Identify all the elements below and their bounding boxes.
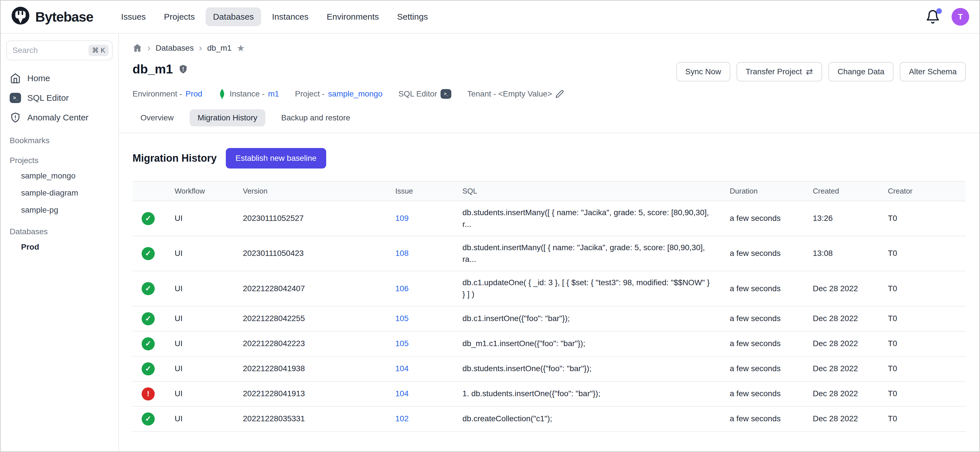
nav-item-instances[interactable]: Instances [264, 7, 316, 26]
sql-editor-label: SQL Editor [398, 89, 437, 99]
sidebar-project-sample-mongo[interactable]: sample_mongo [6, 168, 113, 184]
success-status-icon: ✓ [142, 363, 155, 375]
issue-link[interactable]: 109 [395, 214, 409, 223]
creator-cell: T0 [879, 236, 966, 271]
issue-link[interactable]: 108 [395, 249, 409, 257]
alter-schema-button[interactable]: Alter Schema [900, 62, 966, 81]
sidebar-project-sample-pg[interactable]: sample-pg [6, 201, 113, 219]
sidebar-section-bookmarks: Bookmarks [6, 131, 113, 147]
change-data-button[interactable]: Change Data [829, 62, 894, 81]
sync-now-button[interactable]: Sync Now [676, 62, 730, 81]
col-duration: Duration [721, 181, 804, 201]
issue-link[interactable]: 104 [395, 389, 409, 398]
sql-cell: db.c1.insertOne({"foo": "bar"}); [453, 306, 721, 331]
version-cell: 20221228042407 [234, 271, 386, 306]
issue-link[interactable]: 104 [395, 364, 409, 373]
duration-cell: a few seconds [721, 306, 804, 331]
sidebar-item-label: Home [27, 73, 50, 83]
tab-backup-and-restore[interactable]: Backup and restore [273, 109, 358, 126]
success-status-icon: ✓ [142, 247, 155, 260]
breadcrumb: › Databases › db_m1 ★ [132, 43, 966, 54]
success-status-icon: ✓ [142, 282, 155, 295]
nav-item-settings[interactable]: Settings [390, 7, 435, 26]
created-cell: 13:08 [804, 236, 879, 271]
workflow-cell: UI [165, 356, 234, 382]
nav-item-issues[interactable]: Issues [114, 7, 153, 26]
sidebar-item-sql-editor[interactable]: >_ SQL Editor [6, 88, 113, 108]
sql-cell: db.student.insertMany([ { name: "Jacika"… [453, 236, 721, 271]
page-title: db_m1 [132, 62, 173, 76]
sql-cell: db_m1.c1.insertOne({"foo": "bar"}); [453, 331, 721, 356]
duration-cell: a few seconds [721, 331, 804, 356]
notification-dot [936, 8, 942, 14]
success-status-icon: ✓ [142, 337, 155, 350]
version-cell: 20221228041913 [234, 382, 386, 406]
sql-cell: db.createCollection("c1"); [453, 406, 721, 431]
logo-text: Bytebase [35, 9, 93, 25]
duration-cell: a few seconds [721, 271, 804, 306]
creator-cell: T0 [879, 406, 966, 431]
table-row: ✓UI20221228042223105db_m1.c1.insertOne({… [132, 331, 966, 356]
project-link[interactable]: sample_mongo [328, 89, 382, 99]
environment-link[interactable]: Prod [185, 89, 202, 99]
issue-link[interactable]: 102 [395, 414, 409, 423]
establish-new-baseline-button[interactable]: Establish new baseline [226, 148, 326, 169]
migration-history-heading: Migration History [132, 152, 217, 164]
issue-cell: 105 [386, 306, 453, 331]
sql-editor-terminal-icon[interactable]: >_ [441, 89, 451, 99]
success-status-icon: ✓ [142, 312, 155, 325]
created-cell: Dec 28 2022 [804, 356, 879, 382]
breadcrumb-databases[interactable]: Databases [156, 43, 194, 53]
bytebase-logo-icon [11, 6, 30, 28]
notification-bell-icon[interactable] [925, 10, 940, 24]
sidebar-database-prod[interactable]: Prod [6, 238, 113, 256]
tab-migration-history[interactable]: Migration History [190, 109, 265, 126]
col-sql: SQL [453, 181, 721, 201]
avatar[interactable]: T [951, 8, 969, 26]
creator-cell: T0 [879, 356, 966, 382]
nav-item-environments[interactable]: Environments [319, 7, 386, 26]
breadcrumb-separator: › [199, 43, 202, 53]
workflow-cell: UI [165, 271, 234, 306]
issue-link[interactable]: 106 [395, 284, 409, 293]
duration-cell: a few seconds [721, 406, 804, 431]
duration-cell: a few seconds [721, 236, 804, 271]
issue-link[interactable]: 105 [395, 339, 409, 348]
edit-pencil-icon[interactable] [555, 89, 564, 98]
sidebar-item-home[interactable]: Home [6, 68, 113, 88]
sidebar-project-sample-diagram[interactable]: sample-diagram [6, 184, 113, 201]
col-workflow: Workflow [165, 181, 234, 201]
database-meta-row: Environment - Prod Instance - m1 [132, 89, 966, 99]
sidebar-item-anomaly-center[interactable]: Anomaly Center [6, 108, 113, 128]
creator-cell: T0 [879, 382, 966, 406]
sql-cell: 1. db.students.insertOne({"foo": "bar"})… [453, 382, 721, 406]
table-row: ✓UI20221228042255105db.c1.insertOne({"fo… [132, 306, 966, 331]
nav-item-projects[interactable]: Projects [157, 7, 202, 26]
sidebar-item-label: Anomaly Center [27, 113, 88, 122]
duration-cell: a few seconds [721, 382, 804, 406]
instance-link[interactable]: m1 [268, 89, 279, 99]
breadcrumb-home-icon[interactable] [132, 43, 142, 53]
version-cell: 20230111050423 [234, 236, 386, 271]
tabs-bar: Overview Migration History Backup and re… [119, 109, 980, 133]
nav-item-databases[interactable]: Databases [205, 7, 261, 26]
bytebase-logo[interactable]: Bytebase [11, 6, 93, 28]
creator-cell: T0 [879, 306, 966, 331]
bookmark-star-icon[interactable]: ★ [237, 43, 245, 54]
search-input[interactable] [13, 46, 88, 55]
col-created: Created [804, 181, 879, 201]
issue-link[interactable]: 105 [395, 314, 409, 323]
version-cell: 20230111052527 [234, 201, 386, 236]
main-panel: › Databases › db_m1 ★ db_m1 [119, 34, 980, 452]
issue-cell: 108 [386, 236, 453, 271]
search-box[interactable]: ⌘ K [6, 40, 113, 60]
creator-cell: T0 [879, 331, 966, 356]
duration-cell: a few seconds [721, 201, 804, 236]
sidebar-section-databases: Databases [6, 222, 113, 238]
nav-right: T [925, 8, 969, 26]
created-cell: Dec 28 2022 [804, 331, 879, 356]
transfer-project-button[interactable]: Transfer Project ⇄ [737, 62, 822, 81]
mongodb-leaf-icon [218, 89, 226, 99]
tab-overview[interactable]: Overview [132, 109, 182, 126]
app-window: Bytebase Issues Projects Databases Insta… [0, 0, 980, 452]
